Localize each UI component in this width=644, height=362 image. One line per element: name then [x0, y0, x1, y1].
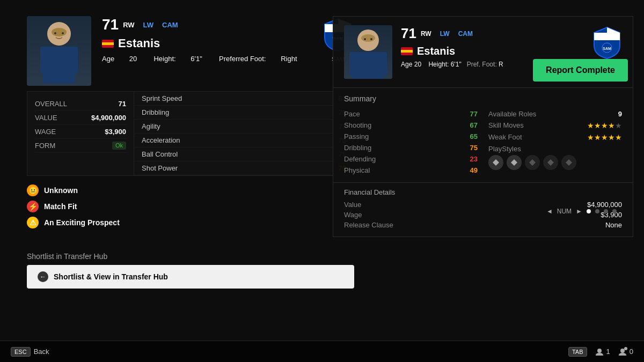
fin-wage-label: Wage [344, 211, 362, 219]
svg-point-4 [52, 28, 67, 36]
sprint-speed-attr: Sprint Speed 80 [134, 92, 354, 106]
defending-label: Defending [344, 155, 376, 163]
svg-rect-12 [377, 52, 387, 76]
physical-row: Physical 49 [344, 165, 478, 176]
left-main: OVERALL 71 VALUE $4,900,000 WAGE $3,900 … [27, 91, 354, 176]
nav-prev-arrow[interactable]: ◄ [546, 208, 553, 215]
physical-label: Physical [344, 166, 370, 174]
position-lw: LW [143, 21, 154, 29]
svg-point-15 [370, 38, 372, 40]
shot-power-attr: Shot Power 70 [134, 161, 354, 175]
summary-section: Summary Pace 77 Shooting 67 Passing 65 D… [333, 88, 633, 182]
position-rw: RW [123, 21, 134, 29]
nav-dot-3[interactable] [604, 209, 608, 213]
svg-point-5 [54, 32, 56, 34]
rp-height-label: Height: [428, 61, 449, 68]
shooting-value: 67 [470, 121, 478, 129]
summary-title: Summary [344, 94, 622, 103]
player-details: Age 20 Height: 6'1" Preferred Foot: Righ… [102, 55, 322, 63]
shortlist-arrow-icon: ← [38, 271, 48, 282]
back-button[interactable]: ESC Back [11, 347, 49, 357]
dribbling-label: Dribbling [142, 108, 169, 116]
agility-attr: Agility 77 [134, 120, 354, 134]
foot-value: Right [281, 55, 297, 63]
flag-spanish [102, 40, 114, 48]
passing-label: Passing [344, 132, 369, 141]
financial-title: Financial Details [344, 188, 622, 196]
notification-count: 0 [618, 347, 633, 357]
agility-label: Agility [142, 122, 160, 130]
shortlist-label: Shortlist in Transfer Hub [27, 252, 354, 261]
avail-roles-row: Available Roles 9 [488, 108, 622, 120]
nav-next-arrow[interactable]: ► [576, 208, 582, 215]
report-complete-button[interactable]: Report Complete [533, 59, 628, 82]
summary-left: Pace 77 Shooting 67 Passing 65 Dribbling… [344, 108, 478, 176]
shortlist-button[interactable]: ← Shortlist & View in Transfer Hub [27, 265, 354, 289]
matchfit-icon: ⚡ [27, 201, 39, 212]
dribbling-value: 75 [470, 144, 478, 152]
left-panel: 71 RW LW CAM Estanis Age 20 Height: 6'1"… [27, 16, 354, 289]
svg-point-6 [62, 32, 64, 34]
right-panel: 71 RW LW CAM Estanis Age 20 Height: 6'1"… [333, 16, 633, 237]
nav-num-label: NUM [557, 208, 572, 215]
wage-stat: WAGE $3,900 [35, 125, 126, 139]
defending-row: Defending 23 [344, 153, 478, 165]
ball-control-attr: Ball Control 75 [134, 147, 354, 161]
svg-marker-22 [566, 159, 572, 166]
svg-point-25 [624, 347, 627, 350]
rp-foot: R [499, 61, 503, 68]
dribbling-attr: Dribbling 79 [134, 106, 354, 120]
skill-moves-stars: ★★★★★ [587, 121, 622, 130]
player-info-left: 71 RW LW CAM Estanis Age 20 Height: 6'1"… [102, 16, 322, 63]
rp-player-name: Estanis [417, 45, 455, 57]
nav-dot-4[interactable] [612, 209, 617, 213]
nav-dot-1[interactable] [587, 209, 591, 213]
fin-release-val: None [605, 221, 622, 229]
rating-positions: 71 RW LW CAM [102, 16, 322, 33]
prospect-icon: ⚠ [27, 217, 39, 228]
shooting-row: Shooting 67 [344, 120, 478, 131]
height-value: 6'1" [191, 55, 202, 63]
weak-foot-row: Weak Foot ★★★★★ [488, 131, 622, 143]
esc-key: ESC [11, 347, 31, 357]
ball-control-label: Ball Control [142, 150, 178, 158]
value-label: VALUE [35, 114, 57, 122]
overall-rating-left: 71 [102, 16, 119, 33]
unknown-label: Unknown [44, 186, 78, 195]
badges-section: 😐 Unknown ⚡ Match Fit ⚠ An Exciting Pros… [27, 184, 354, 241]
position-cam: CAM [162, 21, 178, 29]
rp-age-label: Age [401, 61, 412, 68]
fin-release-label: Release Clause [344, 221, 393, 229]
nav-dot-2[interactable] [595, 209, 599, 213]
height-label: Height: [153, 55, 175, 63]
wage-val: $3,900 [105, 128, 126, 136]
skill-moves-label: Skill Moves [488, 121, 524, 130]
rp-age: 20 [414, 61, 421, 68]
age-label: Age [102, 55, 114, 63]
svg-point-24 [620, 349, 625, 353]
sprint-speed-label: Sprint Speed [142, 94, 182, 102]
rp-flag-spanish [401, 47, 413, 55]
prospect-label: An Exciting Prospect [44, 218, 120, 227]
bottom-bar: ESC Back TAB 1 0 [0, 341, 644, 362]
back-label: Back [34, 348, 49, 356]
notification-num: 0 [630, 348, 633, 356]
player-header: 71 RW LW CAM Estanis Age 20 Height: 6'1"… [27, 16, 354, 86]
summary-right: Available Roles 9 Skill Moves ★★★★★ Weak… [488, 108, 622, 176]
dribbling-label: Dribbling [344, 144, 371, 152]
svg-marker-21 [547, 159, 554, 166]
unknown-icon: 😐 [27, 184, 39, 196]
dribbling-row: Dribbling 75 [344, 142, 478, 153]
svg-rect-3 [67, 47, 78, 73]
svg-rect-2 [40, 47, 51, 73]
rp-rating-positions: 71 RW LW CAM [401, 25, 584, 42]
rp-height: 6'1" [451, 61, 462, 68]
form-stat: Form Ok [35, 139, 126, 153]
rp-overall: 71 [401, 25, 416, 42]
svg-point-14 [364, 38, 366, 40]
fin-release-row: Release Clause None [344, 221, 622, 229]
playstyle-icons [488, 155, 622, 170]
playstyle-icon-3 [525, 155, 540, 170]
passing-row: Passing 65 [344, 131, 478, 142]
svg-marker-19 [511, 159, 517, 166]
